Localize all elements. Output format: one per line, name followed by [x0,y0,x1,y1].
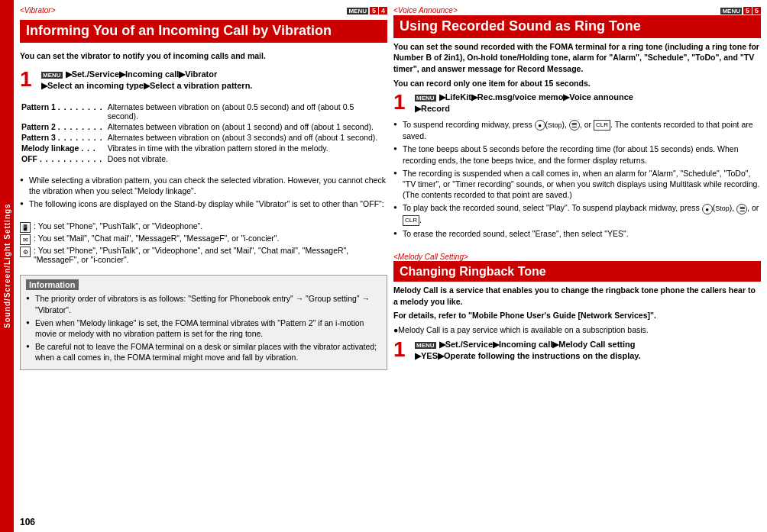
pattern-row-3: Pattern 3 . . . . . . . . Alternates bet… [21,133,386,142]
back-btn: ☰ [569,120,580,131]
stop-circle-btn: ● [535,120,545,131]
left-badge-5: 5 [370,7,378,15]
left-step1-content: MENU ▶Set./Service▶Incoming call▶Vibrato… [41,69,387,92]
right-section1-tag: <Voice Announce> [393,6,458,15]
info-list: The priority order of vibrators is as fo… [26,293,381,363]
icon-rows: 📳 : You set "Phone", "PushTalk", or "Vid… [20,221,387,264]
pattern-row-off: OFF . . . . . . . . . . . Does not vibra… [21,154,386,163]
right-section1-intro: You can set the sound recorded with the … [393,41,761,89]
icon-mail: ✉ [20,234,31,245]
note-1: While selecting a vibration pattern, you… [20,175,387,196]
right-section1-header: Using Recorded Sound as Ring Tone [393,15,761,38]
clr-btn-2: CLR [403,215,419,226]
info-item-3: Be careful not to leave the FOMA termina… [26,341,381,363]
right-step1-content: MENU ▶LifeKit▶Rec.msg/voice memo▶Voice a… [415,92,761,114]
left-column: <Vibrator> MENU 5 4 Informing You of an … [20,6,387,508]
right-section2-menu-icon: MENU [415,342,436,349]
left-intro: You can set the vibrator to notify you o… [20,50,387,65]
icon-both: ⚙ [20,247,31,257]
left-badge-4: 4 [379,7,387,15]
bullet-suspend: To suspend recording midway, press ●(Sto… [393,119,761,141]
right-section2-step1: 1 MENU ▶Set./Service▶Incoming call▶Melod… [393,339,761,362]
page-footer: 106 [14,514,767,532]
sidebar-label: Sound/Screen/Light Settings [0,0,14,532]
right-badge-5a: 5 [743,7,752,15]
pattern-row-2: Pattern 2 . . . . . . . . Alternates bet… [21,122,386,131]
left-step1: 1 MENU ▶Set./Service▶Incoming call▶Vibra… [20,69,387,92]
note-2: The following icons are displayed on the… [20,198,387,209]
right-menu-label: MENU [720,8,742,15]
information-box: Information The priority order of vibrat… [20,275,387,369]
right-section2-step1-content: MENU ▶Set./Service▶Incoming call▶Melody … [415,339,761,362]
right-section1-bullets: To suspend recording midway, press ●(Sto… [393,119,761,239]
right-section2-step1-number: 1 [393,339,410,360]
right-badge-5b: 5 [752,7,761,15]
page-number: 106 [20,517,35,527]
icon-phone: 📳 [20,222,31,233]
pattern-row-1: Pattern 1 . . . . . . . . Alternates bet… [21,102,386,121]
icon-mail-desc: : You set "Mail", "Chat mail", "MessageR… [34,234,279,243]
info-box-header: Information [26,279,79,290]
right-section2-tag: <Melody Call Setting> [393,253,468,261]
pattern-row-melody: Melody linkage . . . Vibrates in time wi… [21,143,386,153]
left-step1-number: 1 [20,69,37,90]
icon-phone-desc: : You set "Phone", "PushTalk", or "Video… [34,221,202,231]
icon-item-phone: 📳 : You set "Phone", "PushTalk", or "Vid… [20,221,387,233]
icon-item-mail: ✉ : You set "Mail", "Chat mail", "Messag… [20,234,387,245]
right-step1-menu-icon: MENU [415,95,436,102]
right-section2-intro: Melody Call is a service that enables yo… [393,285,761,336]
bullet-beep: The tone beeps about 5 seconds before th… [393,143,761,165]
pattern-table: Pattern 1 . . . . . . . . Alternates bet… [20,101,387,165]
icon-both-desc: : You set "Phone", "PushTalk", or "Video… [34,246,387,264]
right-step1-number: 1 [393,92,410,113]
clr-btn-1: CLR [594,120,610,131]
left-menu-label: MENU [347,8,368,15]
icon-item-both: ⚙ : You set "Phone", "PushTalk", or "Vid… [20,246,387,264]
right-step1: 1 MENU ▶LifeKit▶Rec.msg/voice memo▶Voice… [393,92,761,114]
bullet-suspended: The recording is suspended when a call c… [393,168,761,201]
right-section2: <Melody Call Setting> Changing Ringback … [393,252,761,366]
bullet-erase: To erase the recorded sound, select "Era… [393,228,761,239]
right-column: <Voice Announce> MENU 5 5 Using Recorded… [393,6,761,508]
left-notes: While selecting a vibration pattern, you… [20,175,387,212]
right-section2-header: Changing Ringback Tone [393,261,761,282]
stop-circle-btn-2: ● [702,204,713,214]
right-section1: <Voice Announce> MENU 5 5 Using Recorded… [393,6,761,241]
left-section-header: Informing You of an Incoming Call by Vib… [20,20,387,43]
info-item-2: Even when "Melody linkage" is set, the F… [26,318,381,339]
left-section-tag: <Vibrator> [20,6,56,15]
bullet-playback: To play back the recorded sound, select … [393,202,761,225]
left-step1-menu-icon: MENU [41,72,63,79]
back-btn-2: ☰ [736,204,747,214]
info-item-1: The priority order of vibrators is as fo… [26,293,381,314]
